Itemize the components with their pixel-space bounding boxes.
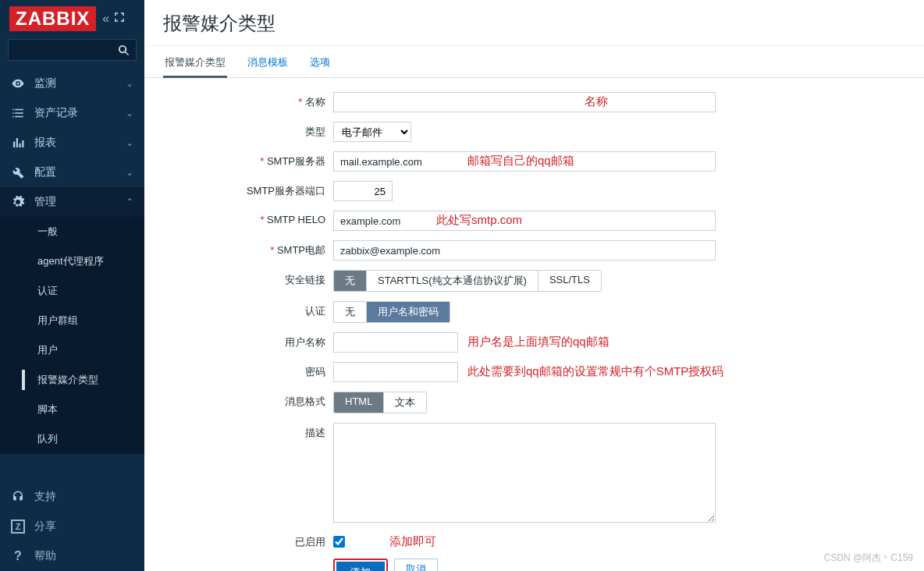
nav-administration[interactable]: 管理 ⌃ xyxy=(0,187,144,217)
name-label: 名称 xyxy=(163,92,333,109)
eye-icon xyxy=(11,76,25,90)
sidebar-collapse[interactable]: « xyxy=(102,12,125,26)
sub-auth[interactable]: 认证 xyxy=(0,276,144,306)
type-select[interactable]: 电子邮件 xyxy=(333,122,411,142)
fullscreen-icon xyxy=(114,12,125,23)
nav-label: 报表 xyxy=(34,136,56,150)
bottom-share[interactable]: Z 分享 xyxy=(0,512,144,541)
desc-label: 描述 xyxy=(163,423,333,440)
tab-message-templates[interactable]: 消息模板 xyxy=(246,46,290,77)
help-icon: ? xyxy=(11,549,25,563)
list-icon xyxy=(11,106,25,120)
sub-scripts[interactable]: 脚本 xyxy=(0,395,144,424)
bottom-help[interactable]: ? 帮助 xyxy=(0,541,144,571)
enabled-checkbox[interactable] xyxy=(333,536,345,548)
smtp-email-label: SMTP电邮 xyxy=(163,240,333,257)
auth-none[interactable]: 无 xyxy=(334,302,367,322)
auth-group[interactable]: 无 用户名和密码 xyxy=(333,301,450,323)
smtp-port-label: SMTP服务器端口 xyxy=(163,181,333,198)
add-button[interactable]: 添加 xyxy=(336,562,385,571)
sub-mediatypes[interactable]: 报警媒介类型 xyxy=(0,365,144,395)
sub-usergroups[interactable]: 用户群组 xyxy=(0,306,144,335)
nav-label: 监测 xyxy=(34,76,56,90)
add-highlight: 添加 xyxy=(333,559,388,571)
annot-password: 此处需要到qq邮箱的设置常规中有个SMTP授权码 xyxy=(467,364,723,379)
name-input[interactable] xyxy=(333,92,716,112)
auth-userpass[interactable]: 用户名和密码 xyxy=(367,302,450,322)
enabled-label: 已启用 xyxy=(163,532,333,549)
security-group[interactable]: 无 STARTTLS(纯文本通信协议扩展) SSL/TLS xyxy=(333,270,602,292)
type-label: 类型 xyxy=(163,122,333,139)
collapse-icon: « xyxy=(102,12,109,26)
annot-username: 用户名是上面填写的qq邮箱 xyxy=(467,335,609,349)
nav-label: 配置 xyxy=(34,165,56,179)
chart-icon xyxy=(11,136,25,150)
smtp-helo-input[interactable] xyxy=(333,211,716,231)
smtp-server-label: SMTP服务器 xyxy=(163,151,333,168)
app-logo: ZABBIX xyxy=(9,6,96,31)
sub-queue[interactable]: 队列 xyxy=(0,424,144,454)
username-label: 用户名称 xyxy=(163,332,333,349)
password-label: 密码 xyxy=(163,362,333,379)
smtp-port-input[interactable] xyxy=(333,181,393,201)
password-input[interactable] xyxy=(333,362,458,382)
msgfmt-label: 消息格式 xyxy=(163,392,333,409)
security-ssl[interactable]: SSL/TLS xyxy=(538,271,601,291)
smtp-helo-label: SMTP HELO xyxy=(163,211,333,225)
sub-users[interactable]: 用户 xyxy=(0,335,144,365)
nav-monitoring[interactable]: 监测 ⌄ xyxy=(0,69,144,98)
gear-icon xyxy=(11,195,25,209)
headset-icon xyxy=(11,490,25,504)
bottom-label: 分享 xyxy=(34,520,56,534)
msgfmt-html[interactable]: HTML xyxy=(334,392,384,413)
desc-textarea[interactable] xyxy=(333,423,716,523)
nav-inventory[interactable]: 资产记录 ⌄ xyxy=(0,98,144,128)
security-label: 安全链接 xyxy=(163,270,333,287)
security-none[interactable]: 无 xyxy=(334,271,367,291)
chevron-down-icon: ⌄ xyxy=(126,78,133,89)
tab-mediatype[interactable]: 报警媒介类型 xyxy=(163,46,227,77)
smtp-email-input[interactable] xyxy=(333,240,716,261)
page-title: 报警媒介类型 xyxy=(144,0,924,46)
chevron-down-icon: ⌄ xyxy=(126,137,133,148)
bottom-label: 帮助 xyxy=(34,549,56,563)
annot-enabled: 添加即可 xyxy=(389,534,436,549)
nav-label: 管理 xyxy=(34,195,56,209)
search-icon xyxy=(118,44,130,56)
cancel-button[interactable]: 取消 xyxy=(394,559,438,571)
nav-reports[interactable]: 报表 ⌄ xyxy=(0,128,144,158)
tab-options[interactable]: 选项 xyxy=(308,46,332,77)
search-input[interactable] xyxy=(8,39,137,61)
chevron-up-icon: ⌃ xyxy=(126,197,133,207)
security-starttls[interactable]: STARTTLS(纯文本通信协议扩展) xyxy=(367,271,538,291)
chevron-down-icon: ⌄ xyxy=(126,108,133,119)
nav-label: 资产记录 xyxy=(34,106,78,120)
auth-label: 认证 xyxy=(163,301,333,318)
msgfmt-group[interactable]: HTML 文本 xyxy=(333,392,427,413)
bottom-label: 支持 xyxy=(34,490,56,504)
sub-general[interactable]: 一般 xyxy=(0,217,144,246)
username-input[interactable] xyxy=(333,332,458,353)
bottom-support[interactable]: 支持 xyxy=(0,482,144,512)
nav-configuration[interactable]: 配置 ⌄ xyxy=(0,158,144,187)
watermark: CSDN @阿杰丶C159 xyxy=(824,551,913,565)
smtp-server-input[interactable] xyxy=(333,151,716,172)
wrench-icon xyxy=(11,165,25,179)
share-icon: Z xyxy=(11,520,25,534)
sub-proxies[interactable]: agent代理程序 xyxy=(0,246,144,276)
chevron-down-icon: ⌄ xyxy=(126,167,133,178)
msgfmt-text[interactable]: 文本 xyxy=(384,392,426,413)
